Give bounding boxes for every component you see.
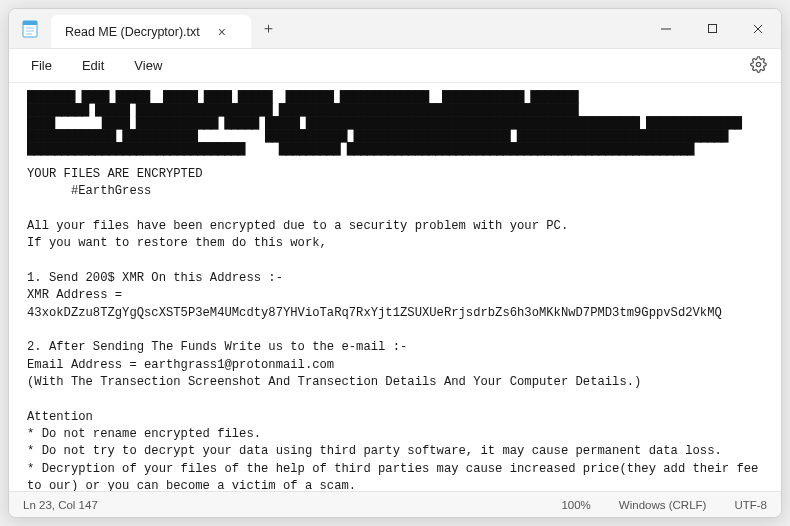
zoom-level[interactable]: 100% xyxy=(561,499,590,511)
file-tab[interactable]: Read ME (Decryptor).txt × xyxy=(51,15,251,48)
menubar: File Edit View xyxy=(9,49,781,83)
svg-rect-1 xyxy=(23,21,37,25)
line: All your files have been encrypted due t… xyxy=(27,219,568,233)
menu-view[interactable]: View xyxy=(122,54,174,77)
line: 2. After Sending The Funds Write us to t… xyxy=(27,340,407,354)
menu-edit[interactable]: Edit xyxy=(70,54,116,77)
minimize-button[interactable] xyxy=(643,9,689,48)
line: (With The Transection Screenshot And Tra… xyxy=(27,375,641,389)
line: If you want to restore them do this work… xyxy=(27,236,327,250)
statusbar: Ln 23, Col 147 100% Windows (CRLF) UTF-8 xyxy=(9,491,781,517)
line: XMR Address = 43xokDZzu8TZgYgQscXST5P3eM… xyxy=(27,288,722,319)
line: * Do not rename encrypted files. xyxy=(27,427,261,441)
line: * Do not try to decrypt your data using … xyxy=(27,444,722,458)
line: Attention xyxy=(27,410,93,424)
new-tab-button[interactable]: ＋ xyxy=(251,9,285,48)
line-endings[interactable]: Windows (CRLF) xyxy=(619,499,707,511)
line: 1. Send 200$ XMR On this Address :- xyxy=(27,271,283,285)
line: #EarthGress xyxy=(27,184,151,198)
encoding[interactable]: UTF-8 xyxy=(734,499,767,511)
tab-close-button[interactable]: × xyxy=(214,23,230,41)
tab-title: Read ME (Decryptor).txt xyxy=(65,25,200,39)
titlebar: Read ME (Decryptor).txt × ＋ xyxy=(9,9,781,49)
close-button[interactable] xyxy=(735,9,781,48)
svg-point-9 xyxy=(756,62,760,66)
window-controls xyxy=(643,9,781,48)
svg-rect-6 xyxy=(708,25,716,33)
notepad-window: Read ME (Decryptor).txt × ＋ File Edit Vi… xyxy=(8,8,782,518)
menu-file[interactable]: File xyxy=(19,54,64,77)
text-content[interactable]: ███████ ████ █████ █████ ████ █████ ████… xyxy=(9,83,781,491)
ascii-art-header: ███████ ████ █████ █████ ████ █████ ████… xyxy=(27,91,765,156)
cursor-position[interactable]: Ln 23, Col 147 xyxy=(23,499,98,511)
maximize-button[interactable] xyxy=(689,9,735,48)
settings-button[interactable] xyxy=(746,52,771,80)
app-icon xyxy=(9,9,51,48)
line: Email Address = earthgrass1@protonmail.c… xyxy=(27,358,334,372)
line: YOUR FILES ARE ENCRYPTED xyxy=(27,167,203,181)
line: * Decryption of your files of the help o… xyxy=(27,462,766,491)
